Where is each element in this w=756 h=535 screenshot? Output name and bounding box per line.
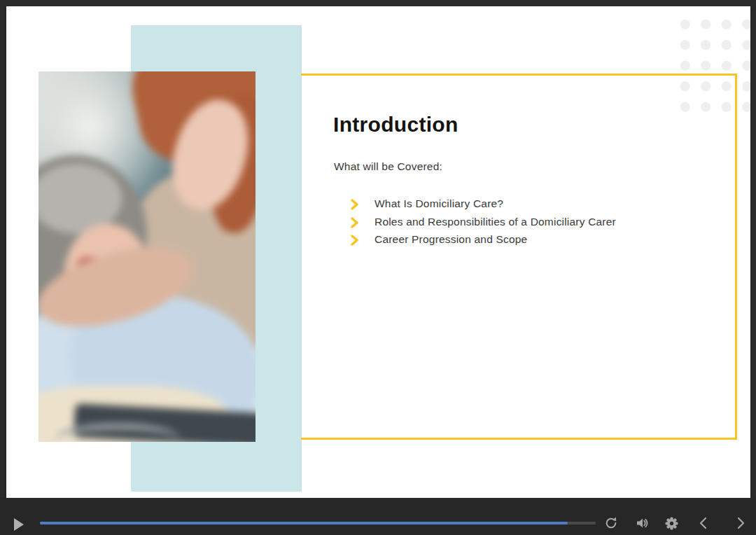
slide-subtitle: What will be Covered: [334, 160, 442, 173]
bullet-item: Roles and Responsibilities of a Domicili… [349, 214, 616, 232]
bullet-item: What Is Domiciliary Care? [349, 195, 616, 214]
bullet-label: Roles and Responsibilities of a Domicili… [374, 214, 616, 230]
chevron-bullet-icon [349, 216, 359, 229]
next-button[interactable] [732, 515, 749, 531]
bullet-label: Career Progression and Scope [374, 231, 527, 247]
slide-title: Introduction [333, 113, 458, 137]
chevron-left-icon [697, 516, 710, 530]
bullet-list: What Is Domiciliary Care? Roles and Resp… [349, 195, 616, 249]
speaker-icon [635, 516, 649, 530]
volume-button[interactable] [634, 515, 650, 531]
circular-arrow-icon [604, 516, 618, 530]
player-control-bar [0, 498, 756, 535]
bullet-label: What Is Domiciliary Care? [374, 195, 503, 211]
chevron-right-icon [734, 516, 747, 530]
seek-bar[interactable] [40, 522, 596, 524]
chevron-bullet-icon [349, 234, 359, 246]
photo-illustration [38, 71, 255, 442]
play-button[interactable] [14, 518, 24, 531]
replay-button[interactable] [603, 515, 620, 531]
settings-button[interactable] [663, 515, 680, 531]
gear-icon [664, 516, 679, 531]
slide-canvas: Introduction What will be Covered: What … [6, 6, 750, 498]
course-player-window: Introduction What will be Covered: What … [0, 0, 756, 535]
bullet-item: Career Progression and Scope [349, 231, 616, 249]
caregiver-elderly-photo [38, 71, 255, 442]
seek-bar-progress [40, 522, 568, 524]
previous-button[interactable] [695, 515, 712, 531]
chevron-bullet-icon [349, 198, 359, 211]
